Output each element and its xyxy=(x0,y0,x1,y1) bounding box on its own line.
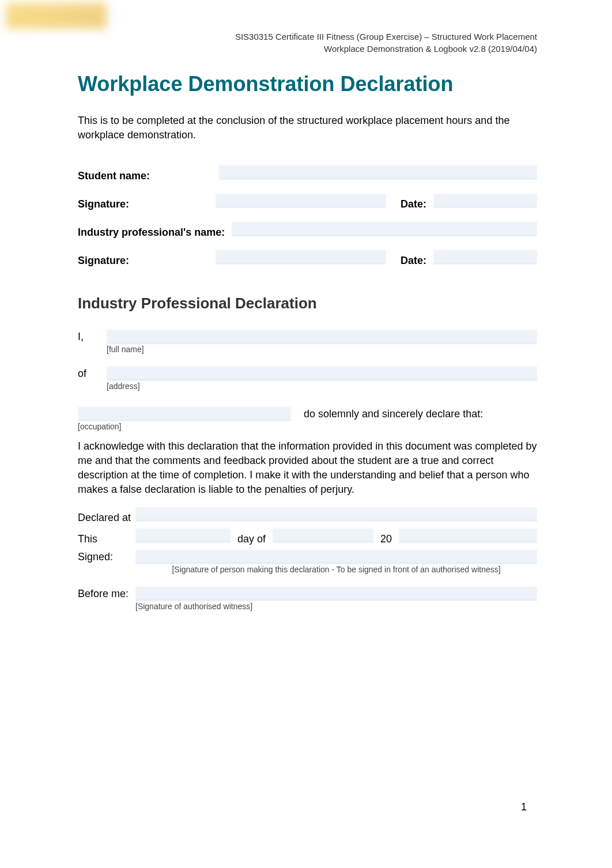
signed-row: Signed: [Signature of person making this… xyxy=(78,550,537,574)
intro-paragraph: This is to be completed at the conclusio… xyxy=(78,114,537,142)
student-date-label: Date: xyxy=(401,198,426,210)
month-input[interactable] xyxy=(273,529,373,542)
header-version: Workplace Demonstration & Logbook v2.8 (… xyxy=(235,44,537,54)
declaration-title: Industry Professional Declaration xyxy=(78,295,537,312)
logo-blurred xyxy=(6,3,107,29)
industry-signature-label: Signature: xyxy=(78,255,129,267)
date-row: This day of 20 xyxy=(78,529,537,545)
main-content: Workplace Demonstration Declaration This… xyxy=(78,72,537,611)
document-header: SIS30315 Certificate III Fitness (Group … xyxy=(235,32,537,54)
of-label: of xyxy=(78,367,107,380)
address-input[interactable] xyxy=(107,367,537,380)
dayof-label: day of xyxy=(237,533,266,545)
industry-name-label: Industry professional's name: xyxy=(78,227,225,239)
industry-signature-input[interactable] xyxy=(216,250,386,264)
industry-signature-row: Signature: Date: xyxy=(78,250,537,267)
acknowledgement-text: I acknowledge with this declaration that… xyxy=(78,439,537,496)
industry-date-input[interactable] xyxy=(433,250,537,264)
declarant-signature-input[interactable] xyxy=(135,550,537,564)
student-date-input[interactable] xyxy=(433,194,537,207)
this-label: This xyxy=(78,533,135,545)
year-input[interactable] xyxy=(399,529,537,542)
address-row: of [address] xyxy=(78,367,537,391)
student-signature-label: Signature: xyxy=(78,198,129,210)
declaration-statement: do solemnly and sincerely declare that: xyxy=(291,407,537,420)
before-me-label: Before me: xyxy=(78,587,135,600)
industry-date-label: Date: xyxy=(401,255,426,267)
i-label: I, xyxy=(78,330,107,343)
student-name-input[interactable] xyxy=(219,165,537,179)
student-name-row: Student name: xyxy=(78,165,537,182)
declared-at-row: Declared at xyxy=(78,507,537,524)
occupation-input[interactable] xyxy=(78,407,291,421)
fullname-input[interactable] xyxy=(107,330,537,344)
industry-name-row: Industry professional's name: xyxy=(78,222,537,239)
occupation-hint: [occupation] xyxy=(78,422,291,431)
day-input[interactable] xyxy=(135,529,231,542)
signed-hint: [Signature of person making this declara… xyxy=(135,565,537,574)
address-hint: [address] xyxy=(107,382,537,391)
student-signature-row: Signature: Date: xyxy=(78,194,537,210)
witness-signature-input[interactable] xyxy=(135,587,537,601)
fullname-hint: [full name] xyxy=(107,345,537,354)
industry-name-input[interactable] xyxy=(232,222,537,236)
signed-label: Signed: xyxy=(78,550,135,563)
page-title: Workplace Demonstration Declaration xyxy=(78,72,537,96)
page-number: 1 xyxy=(521,801,527,813)
student-signature-input[interactable] xyxy=(216,194,386,207)
fullname-row: I, [full name] xyxy=(78,330,537,354)
header-course-title: SIS30315 Certificate III Fitness (Group … xyxy=(235,32,537,41)
occupation-row: [occupation] do solemnly and sincerely d… xyxy=(78,407,537,431)
before-hint: [Signature of authorised witness] xyxy=(135,602,537,611)
before-me-row: Before me: [Signature of authorised witn… xyxy=(78,587,537,611)
declared-at-input[interactable] xyxy=(135,507,537,521)
twenty-label: 20 xyxy=(380,533,392,545)
declared-at-label: Declared at xyxy=(78,512,135,524)
student-name-label: Student name: xyxy=(78,170,150,182)
